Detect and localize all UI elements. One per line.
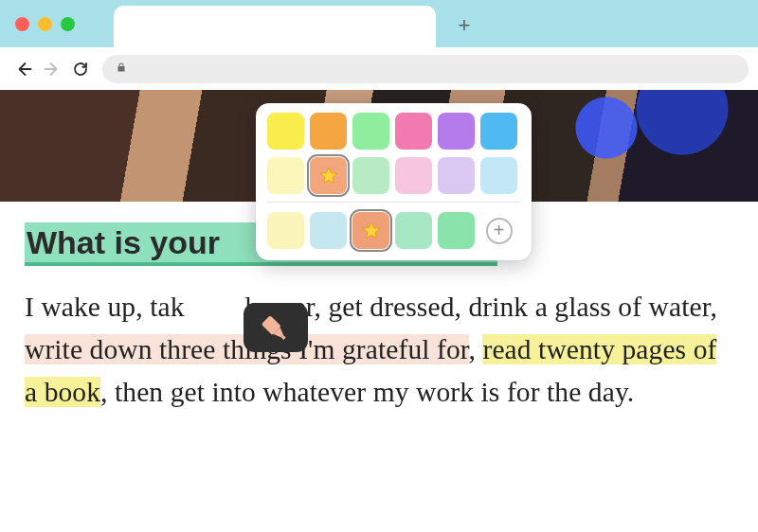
highlighter-icon: [257, 309, 295, 346]
heading-text-prefix: What is your: [27, 224, 228, 260]
highlight-color-picker: +: [256, 103, 532, 260]
color-swatch-orange-star-2[interactable]: [352, 212, 389, 249]
color-swatch-pink[interactable]: [395, 113, 432, 150]
color-swatch-mint-2[interactable]: [438, 212, 475, 249]
color-swatch-green-light[interactable]: [352, 157, 389, 194]
color-swatch-yellow[interactable]: [267, 113, 304, 150]
color-swatch-pale-blue[interactable]: [310, 212, 347, 249]
color-swatch-pale-yellow[interactable]: [267, 212, 304, 249]
body-t1: I wake up, tak: [25, 292, 185, 322]
reload-icon: [72, 61, 89, 78]
plus-icon: +: [486, 218, 513, 244]
arrow-right-icon: [44, 61, 61, 78]
color-swatch-orange-star[interactable]: [310, 157, 347, 194]
color-swatch-green[interactable]: [352, 113, 389, 150]
color-swatch-orange[interactable]: [310, 113, 347, 150]
color-swatch-purple[interactable]: [438, 113, 475, 150]
picker-row-3: +: [267, 212, 520, 249]
new-tab-button[interactable]: +: [455, 16, 474, 35]
body-t3: ,: [469, 334, 483, 364]
picker-row-2: [267, 157, 520, 194]
body-t4: , then get into whatever my work is for …: [100, 377, 634, 407]
color-swatch-blue-light[interactable]: [480, 157, 517, 194]
titlebar: +: [0, 0, 758, 47]
browser-toolbar: [0, 47, 758, 90]
address-bar[interactable]: [102, 55, 749, 83]
minimize-window-button[interactable]: [38, 17, 52, 31]
highlighter-tool-button[interactable]: [244, 303, 308, 352]
article-body: I wake up, takhower, get dressed, drink …: [25, 286, 733, 413]
lock-icon: [116, 61, 127, 78]
color-swatch-blue[interactable]: [480, 113, 517, 150]
close-window-button[interactable]: [15, 17, 29, 31]
reload-button[interactable]: [66, 55, 95, 83]
color-swatch-purple-light[interactable]: [438, 157, 475, 194]
color-swatch-pink-light[interactable]: [395, 157, 432, 194]
browser-chrome: +: [0, 0, 758, 90]
window-controls: [15, 17, 75, 31]
picker-divider: [267, 202, 520, 203]
forward-button[interactable]: [38, 55, 66, 83]
back-button[interactable]: [9, 55, 38, 83]
star-icon: [318, 166, 339, 186]
body-t2: hower, get dressed, drink a glass of wat…: [245, 292, 717, 322]
color-swatch-yellow-light[interactable]: [267, 157, 304, 194]
add-color-button[interactable]: +: [480, 212, 517, 249]
star-icon: [361, 221, 382, 241]
browser-tab[interactable]: [114, 6, 436, 47]
maximize-window-button[interactable]: [61, 17, 75, 31]
color-swatch-mint-1[interactable]: [395, 212, 432, 249]
picker-row-1: [267, 113, 520, 150]
arrow-left-icon: [15, 61, 32, 78]
